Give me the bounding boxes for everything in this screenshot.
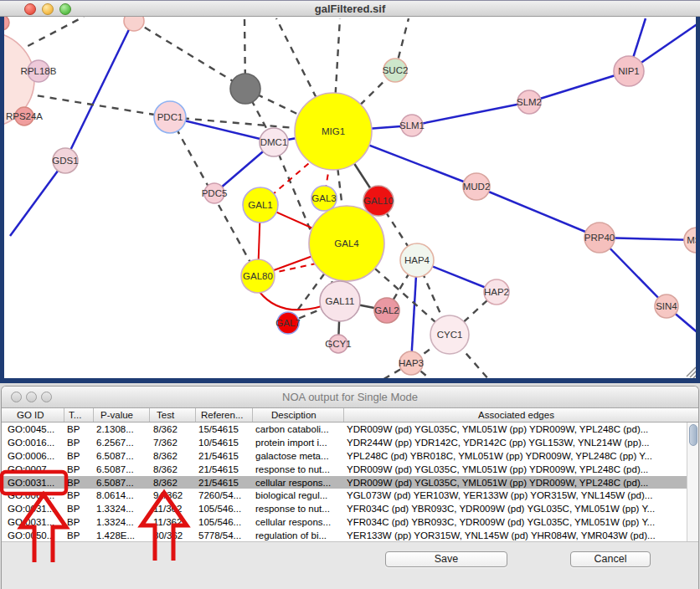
graph-edge: [476, 187, 600, 238]
cell-go_id: GO:0006...: [2, 451, 64, 461]
scrollbar-thumb[interactable]: [689, 424, 697, 446]
cell-reference: 105/546...: [196, 504, 253, 514]
table-row[interactable]: GO:0016...BP6.2567...7/36210/54615protei…: [2, 436, 698, 449]
table-row[interactable]: GO:0031...BP1.3324...11/362105/546...res…: [2, 502, 698, 515]
cell-type: BP: [64, 530, 94, 540]
cell-type: BP: [64, 504, 94, 514]
node-label: RPS24A: [6, 111, 43, 121]
node-label: PRP40: [584, 233, 615, 243]
node-label: RPL18B: [21, 66, 57, 76]
cell-p_value: 6.5087...: [94, 478, 150, 488]
table-row[interactable]: GO:0031...BP1.3324...11/362105/546...cel…: [2, 515, 698, 529]
node-label: PDC5: [202, 188, 228, 198]
node-label: SIN4: [656, 301, 677, 311]
cell-test: 8/362: [150, 424, 196, 434]
graph-window-titlebar[interactable]: galFiltered.sif: [0, 0, 700, 17]
column-header-goid[interactable]: GO ID: [2, 408, 64, 422]
table-row[interactable]: GO:0007...BP6.5087...8/36221/54615respon…: [2, 463, 698, 476]
cell-test: 8/362: [150, 451, 196, 461]
network-canvas[interactable]: RPL18BRPS24AGDS1PDC1PDC5MIG1SUC2SLM1DMC1…: [0, 17, 700, 383]
graph-window: galFiltered.sif RPL18BRPS24AGDS1PDC1PDC5…: [0, 0, 700, 383]
node-label: GCY1: [325, 339, 351, 349]
graph-node[interactable]: [124, 17, 144, 31]
node-label: GDS1: [52, 156, 78, 166]
cell-type: BP: [64, 478, 94, 488]
save-button[interactable]: Save: [385, 551, 507, 567]
cell-description: galactose meta...: [253, 451, 344, 461]
node-label: GAL7: [275, 318, 300, 328]
cell-test: 11/362: [150, 504, 196, 514]
graph-node[interactable]: [4, 17, 9, 30]
graph-edge: [65, 19, 134, 161]
cancel-button[interactable]: Cancel: [570, 551, 651, 567]
cell-description: biological regul...: [253, 490, 344, 500]
cell-reference: 21/54615: [196, 464, 253, 474]
cell-type: BP: [64, 464, 94, 474]
column-header-t[interactable]: T...: [64, 408, 94, 422]
node-label: GAL10: [363, 196, 394, 206]
cell-go_id: GO:0031...: [2, 504, 64, 514]
graph-node[interactable]: [230, 74, 260, 104]
vertical-scrollbar[interactable]: [687, 423, 698, 541]
cell-edges: YFR034C (pd) YBR093C, YDR009W (pd) YGL03…: [344, 504, 688, 514]
node-label: SUC2: [383, 65, 409, 75]
table-row[interactable]: GO:0065...BP8.0614...94/3627260/54...bio…: [2, 489, 698, 502]
cell-edges: YFR034C (pd) YBR093C, YDR009W (pd) YGL03…: [344, 517, 688, 527]
node-label: MIG1: [322, 126, 345, 136]
cell-go_id: GO:0016...: [2, 438, 64, 448]
table-row[interactable]: GO:0050...BP1.428E...80/3625778/54...reg…: [2, 529, 698, 542]
cell-type: BP: [64, 451, 94, 461]
column-header-desciption[interactable]: Desciption: [253, 408, 344, 422]
node-label: SLM1: [399, 120, 425, 131]
column-header-referen[interactable]: Referen...: [196, 408, 253, 422]
cell-go_id: GO:0031...: [2, 478, 64, 488]
graph-edge: [134, 21, 245, 89]
cell-test: 7/362: [150, 438, 196, 448]
node-label: GAL11: [326, 296, 355, 306]
cell-p_value: 6.5087...: [94, 464, 150, 474]
cell-description: carbon cataboli...: [253, 424, 344, 434]
node-label: HAP4: [404, 255, 430, 265]
cell-description: protein import i...: [253, 438, 344, 448]
node-label: MSL: [687, 235, 696, 245]
node-label: GAL1: [248, 200, 272, 210]
node-label: HAP3: [399, 358, 424, 368]
resize-grip-icon[interactable]: [687, 367, 696, 378]
node-label: CYC1: [437, 330, 463, 340]
cell-test: 94/362: [150, 490, 196, 500]
node-label: GAL80: [243, 271, 273, 281]
cell-edges: YDR244W (pp) YDR142C, YDR142C (pp) YGL15…: [344, 438, 688, 448]
table-row-selected[interactable]: GO:0031...BP6.5087...8/36221/54615cellul…: [2, 476, 698, 489]
graph-edge: [17, 17, 84, 52]
column-header-pvalue[interactable]: P-value: [94, 408, 150, 422]
node-label: GAL3: [311, 193, 336, 203]
noa-output-window: NOA output for Single Mode GO IDT...P-va…: [1, 386, 699, 589]
cell-go_id: GO:0007...: [2, 464, 64, 474]
cell-reference: 7260/54...: [196, 490, 253, 500]
graph-edge: [10, 161, 65, 236]
noa-window-title: NOA output for Single Mode: [2, 391, 698, 403]
cell-edges: YER133W (pp) YOR315W, YNL145W (pd) YHR08…: [344, 530, 688, 540]
table-rows: GO:0045...BP2.1308...8/36215/54615carbon…: [2, 423, 698, 542]
graph-edge: [412, 102, 529, 125]
cell-edges: YDR009W (pd) YGL035C, YML051W (pp) YDR00…: [344, 478, 688, 488]
cell-edges: YDR009W (pd) YGL035C, YML051W (pp) YDR00…: [344, 464, 688, 474]
cell-description: cellular respons...: [253, 478, 344, 488]
node-label: GAL4: [334, 238, 359, 248]
noa-window-titlebar[interactable]: NOA output for Single Mode: [2, 387, 698, 408]
cell-test: 11/362: [150, 517, 196, 527]
table-row[interactable]: GO:0006...BP6.5087...8/36221/54615galact…: [2, 449, 698, 463]
cell-go_id: GO:0031...: [2, 517, 64, 527]
cell-type: BP: [64, 424, 94, 434]
column-header-associatededges[interactable]: Associated edges: [344, 408, 688, 422]
table-row[interactable]: GO:0045...BP2.1308...8/36215/54615carbon…: [2, 423, 698, 436]
node-label: NIP1: [618, 66, 640, 76]
cell-description: response to nut...: [253, 504, 344, 514]
node-label: SLM2: [517, 97, 542, 107]
cell-reference: 105/546...: [196, 517, 253, 527]
cell-type: BP: [64, 490, 94, 500]
cell-p_value: 2.1308...: [94, 424, 150, 434]
cell-test: 8/362: [150, 464, 196, 474]
column-header-test[interactable]: Test: [150, 408, 196, 422]
cell-type: BP: [64, 438, 94, 448]
